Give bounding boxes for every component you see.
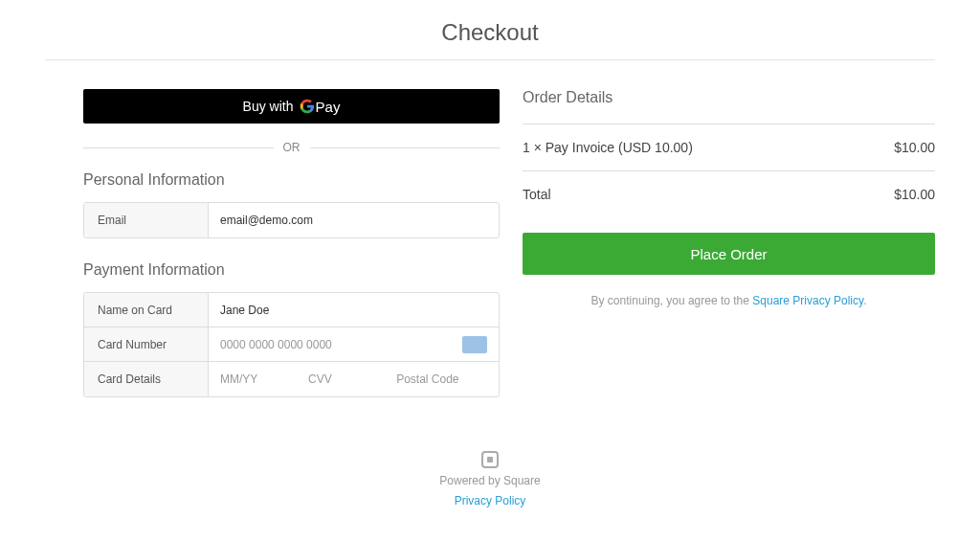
card-details-row: Card Details	[84, 362, 499, 396]
google-pay-logo: Pay	[300, 99, 341, 115]
order-total-price: $10.00	[894, 187, 935, 202]
expiry-field[interactable]	[220, 365, 308, 394]
gpay-pay-word: Pay	[316, 99, 341, 115]
personal-info-heading: Personal Information	[83, 171, 500, 189]
square-logo-icon	[481, 451, 499, 468]
email-field[interactable]	[220, 206, 487, 235]
google-g-icon	[300, 99, 315, 114]
name-on-card-row: Name on Card	[84, 293, 499, 327]
order-total-label: Total	[523, 187, 551, 202]
order-line-item: 1 × Pay Invoice (USD 10.00) $10.00	[523, 124, 935, 170]
place-order-button[interactable]: Place Order	[523, 233, 935, 275]
order-line-item-label: 1 × Pay Invoice (USD 10.00)	[523, 140, 693, 155]
consent-text: By continuing, you agree to the Square P…	[523, 294, 935, 307]
page-title: Checkout	[45, 10, 935, 60]
powered-by-text: Powered by Square	[45, 474, 935, 487]
divider-line-right	[310, 147, 501, 148]
card-number-row: Card Number	[84, 327, 499, 362]
divider-line-left	[83, 147, 274, 148]
or-text: OR	[283, 141, 301, 154]
postal-code-field[interactable]	[396, 365, 484, 394]
email-row: Email	[84, 203, 499, 237]
order-total-row: Total $10.00	[523, 170, 935, 217]
cvv-field[interactable]	[308, 365, 396, 394]
name-on-card-label: Name on Card	[84, 293, 209, 327]
consent-suffix: .	[863, 294, 866, 307]
email-label: Email	[84, 203, 209, 237]
consent-prefix: By continuing, you agree to the	[591, 294, 753, 307]
gpay-buy-with-text: Buy with	[243, 99, 294, 114]
order-summary-column: Order Details 1 × Pay Invoice (USD 10.00…	[523, 89, 935, 420]
card-number-field[interactable]	[220, 330, 455, 359]
card-brand-icon	[462, 336, 487, 353]
card-details-label: Card Details	[84, 362, 209, 396]
order-line-item-price: $10.00	[894, 140, 935, 155]
or-divider: OR	[83, 141, 500, 154]
name-on-card-field[interactable]	[220, 296, 487, 325]
order-details-heading: Order Details	[523, 89, 935, 106]
square-privacy-policy-link[interactable]: Square Privacy Policy	[752, 294, 863, 307]
footer: Powered by Square Privacy Policy	[45, 449, 935, 508]
personal-info-group: Email	[83, 202, 500, 238]
footer-privacy-link[interactable]: Privacy Policy	[455, 494, 526, 507]
payment-info-heading: Payment Information	[83, 261, 500, 279]
checkout-form-column: Buy with Pay OR Personal Information	[83, 89, 500, 420]
card-number-label: Card Number	[84, 327, 209, 361]
google-pay-button[interactable]: Buy with Pay	[83, 89, 500, 124]
payment-info-group: Name on Card Card Number Card Details	[83, 292, 500, 397]
